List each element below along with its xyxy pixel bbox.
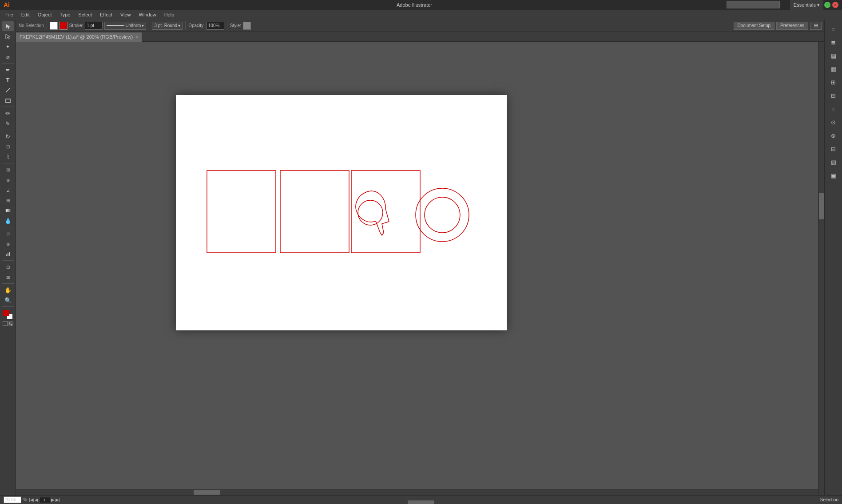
divider-2 bbox=[149, 21, 149, 30]
right-panel-btn-1[interactable]: ≣ bbox=[827, 36, 840, 48]
right-panel-btn-8[interactable]: ⊚ bbox=[827, 130, 840, 141]
artboard bbox=[176, 95, 507, 330]
stroke-style-dropdown[interactable]: Uniform ▾ bbox=[104, 22, 146, 30]
scrollbar-thumb-horizontal[interactable] bbox=[194, 490, 220, 495]
direct-selection-tool[interactable] bbox=[2, 32, 14, 41]
horizontal-scrollbar[interactable] bbox=[16, 489, 818, 495]
tool-separator-2 bbox=[2, 107, 14, 107]
right-panel-btn-5[interactable]: ⊟ bbox=[827, 90, 840, 101]
svg-marker-0 bbox=[6, 24, 10, 29]
scrollbar-thumb-vertical[interactable] bbox=[819, 193, 824, 219]
essentials-button[interactable]: Essentials ▾ bbox=[790, 0, 823, 10]
selection-tool[interactable] bbox=[2, 21, 14, 31]
scale-tool[interactable]: ⊡ bbox=[2, 142, 14, 151]
tools-panel: ✦ ⌀ ✒ T ✏ ✎ ↻ ⊡ ⌇ ⊞ ⊕ ⊿ ⊞ bbox=[0, 20, 16, 495]
svg-rect-3 bbox=[6, 99, 10, 103]
right-panel-btn-4[interactable]: ⊞ bbox=[827, 76, 840, 88]
document-tab-close[interactable]: × bbox=[135, 35, 138, 40]
menu-view[interactable]: View bbox=[117, 11, 135, 18]
document-setup-button[interactable]: Document Setup bbox=[734, 22, 775, 30]
tool-separator-3 bbox=[2, 130, 14, 130]
warp-tool[interactable]: ⌇ bbox=[2, 152, 14, 162]
stroke-label: Stroke: bbox=[69, 23, 83, 28]
right-panel: ≡ ≣ ▤ ▦ ⊞ ⊟ ≡ ⊙ ⊚ ⊟ ▧ ▣ bbox=[824, 20, 842, 504]
right-panel-btn-3[interactable]: ▦ bbox=[827, 63, 840, 75]
zoom-input[interactable] bbox=[4, 496, 21, 503]
page-number-input[interactable] bbox=[39, 497, 50, 503]
document-tab[interactable]: FXEPK12IP45M1EV (1).ai* @ 200% (RGB/Prev… bbox=[16, 32, 142, 42]
menu-edit[interactable]: Edit bbox=[18, 11, 33, 18]
tool-separator-8 bbox=[2, 306, 14, 307]
svg-rect-10 bbox=[351, 171, 420, 253]
slice-tool[interactable]: ⊠ bbox=[2, 272, 14, 282]
arrange-icon[interactable]: ⊞ bbox=[810, 22, 822, 30]
menu-window[interactable]: Window bbox=[135, 11, 160, 18]
stroke-swatch[interactable] bbox=[60, 22, 68, 30]
pen-tool[interactable]: ✒ bbox=[2, 65, 14, 75]
menu-effect[interactable]: Effect bbox=[96, 11, 116, 18]
preferences-button[interactable]: Preferences bbox=[776, 22, 808, 30]
pencil-tool[interactable]: ✎ bbox=[2, 119, 14, 128]
type-tool[interactable]: T bbox=[2, 75, 14, 85]
menu-type[interactable]: Type bbox=[56, 11, 74, 18]
menu-select[interactable]: Select bbox=[75, 11, 95, 18]
right-panel-btn-11[interactable]: ▣ bbox=[827, 170, 840, 181]
line-tool[interactable] bbox=[2, 85, 14, 95]
stroke-weight-input[interactable] bbox=[85, 22, 103, 30]
perspective-tool[interactable]: ⊿ bbox=[2, 185, 14, 195]
swap-colors-button[interactable]: ⇆ bbox=[8, 321, 13, 326]
status-right: Selection bbox=[820, 497, 838, 502]
no-fill-button[interactable] bbox=[3, 321, 8, 326]
mesh-tool[interactable]: ⊞ bbox=[2, 195, 14, 205]
app-logo: Ai bbox=[4, 1, 10, 8]
close-button[interactable]: × bbox=[832, 2, 838, 8]
window-title: Adobe Illustrator bbox=[12, 2, 816, 8]
opacity-input[interactable] bbox=[207, 22, 224, 30]
hand-tool[interactable]: ✋ bbox=[2, 285, 14, 295]
style-label: Style: bbox=[230, 23, 241, 28]
menu-help[interactable]: Help bbox=[161, 11, 178, 18]
rectangle-tool[interactable] bbox=[2, 95, 14, 105]
style-swatch[interactable] bbox=[243, 22, 251, 30]
svg-rect-4 bbox=[6, 209, 10, 212]
title-bar: Ai Adobe Illustrator ─ □ × bbox=[0, 0, 842, 10]
prev-page-button[interactable]: ◀ bbox=[35, 497, 38, 502]
right-panel-btn-6[interactable]: ≡ bbox=[827, 103, 840, 115]
right-panel-btn-7[interactable]: ⊙ bbox=[827, 116, 840, 128]
right-panel-btn-9[interactable]: ⊟ bbox=[827, 143, 840, 155]
next-page-button[interactable]: ▶ bbox=[51, 497, 55, 502]
right-panel-btn-10[interactable]: ▧ bbox=[827, 156, 840, 168]
svg-rect-7 bbox=[9, 252, 10, 256]
free-transform-tool[interactable]: ⊞ bbox=[2, 165, 14, 175]
graph-tool[interactable] bbox=[2, 249, 14, 259]
eyedropper-tool[interactable]: 💧 bbox=[2, 216, 14, 226]
stroke-profile-dropdown[interactable]: 3 pt. Round ▾ bbox=[152, 22, 183, 30]
search-input[interactable] bbox=[727, 1, 780, 8]
blend-tool[interactable]: ⊙ bbox=[2, 229, 14, 238]
shape-builder-tool[interactable]: ⊕ bbox=[2, 175, 14, 185]
color-fill-stroke[interactable] bbox=[3, 310, 13, 320]
lasso-tool[interactable]: ⌀ bbox=[2, 52, 14, 62]
menu-object[interactable]: Object bbox=[34, 11, 56, 18]
symbol-sprayer-tool[interactable]: ⊛ bbox=[2, 239, 14, 249]
svg-rect-8 bbox=[207, 171, 276, 253]
first-page-button[interactable]: |◀ bbox=[29, 497, 34, 502]
menu-file[interactable]: File bbox=[2, 11, 17, 18]
right-panel-btn-0[interactable]: ≡ bbox=[827, 23, 840, 35]
maximize-button[interactable]: □ bbox=[824, 2, 830, 8]
svg-point-12 bbox=[416, 188, 469, 242]
zoom-tool[interactable]: 🔍 bbox=[2, 295, 14, 305]
fill-swatch[interactable] bbox=[50, 22, 58, 30]
canvas-area[interactable] bbox=[16, 42, 824, 495]
magic-wand-tool[interactable]: ✦ bbox=[2, 42, 14, 52]
rotate-tool[interactable]: ↻ bbox=[2, 131, 14, 141]
last-page-button[interactable]: ▶| bbox=[56, 497, 60, 502]
document-tab-name: FXEPK12IP45M1EV (1).ai* @ 200% (RGB/Prev… bbox=[20, 34, 133, 40]
color-mode-buttons: ⇆ bbox=[3, 321, 13, 326]
vertical-scrollbar[interactable] bbox=[818, 42, 824, 495]
artboard-tool[interactable]: ⊡ bbox=[2, 262, 14, 272]
status-mode: Selection bbox=[820, 497, 838, 502]
paintbrush-tool[interactable]: ✏ bbox=[2, 108, 14, 118]
gradient-tool[interactable] bbox=[2, 206, 14, 215]
right-panel-btn-2[interactable]: ▤ bbox=[827, 50, 840, 61]
